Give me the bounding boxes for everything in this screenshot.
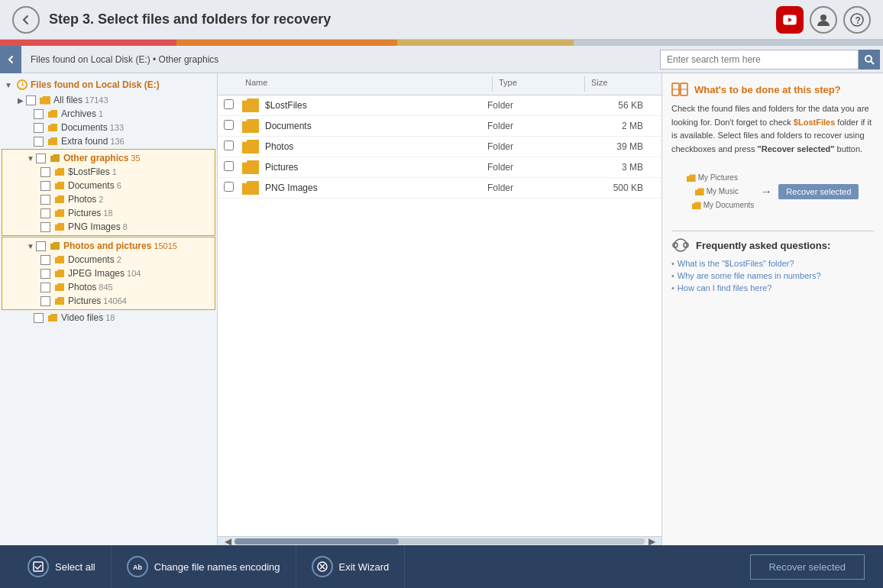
- og-docs-count: 6: [117, 181, 121, 190]
- sidebar-item-videofiles[interactable]: Video files 18: [0, 311, 217, 325]
- og-photos-folder-icon: [53, 194, 66, 205]
- table-row[interactable]: PNG Images Folder 500 KB: [218, 178, 661, 199]
- pp-docs-checkbox[interactable]: [40, 255, 50, 265]
- pp-jpeg-checkbox[interactable]: [40, 269, 50, 279]
- row-checkbox-4[interactable]: [224, 161, 238, 173]
- faq-icon: [671, 237, 690, 253]
- og-pictures-checkbox[interactable]: [40, 208, 50, 218]
- encoding-label: Change file names encoding: [154, 561, 280, 573]
- svg-text:?: ?: [856, 15, 861, 26]
- progress-seg-2: [176, 40, 397, 46]
- allfiles-expand[interactable]: ▶: [15, 95, 26, 105]
- select-all-icon: [27, 556, 49, 577]
- folder-icon-3: [242, 140, 259, 153]
- file-list-area: Name Type Size $LostFiles Folder 56 KB D…: [218, 73, 661, 545]
- recover-selected-mini-button[interactable]: Recover selected: [778, 184, 859, 199]
- og-docs-checkbox[interactable]: [40, 181, 50, 191]
- othergraphics-checkbox[interactable]: [36, 153, 46, 163]
- pp-photos-checkbox[interactable]: [40, 283, 50, 292]
- pp-pictures-checkbox[interactable]: [40, 296, 50, 306]
- docs-folder-icon: [47, 122, 59, 133]
- og-pngimages-checkbox[interactable]: [40, 222, 50, 232]
- og-pictures-folder-icon: [53, 208, 66, 218]
- photospictures-checkbox[interactable]: [36, 241, 46, 251]
- sidebar-item-og-pngimages[interactable]: PNG Images 8: [2, 220, 215, 234]
- recover-selected-button[interactable]: Recover selected: [750, 554, 865, 580]
- pp-docs-count: 2: [117, 255, 121, 264]
- help-icon[interactable]: ?: [843, 6, 871, 34]
- scroll-thumb[interactable]: [234, 538, 399, 544]
- recover-quote: "Recover selected": [758, 144, 835, 153]
- faq-section: Frequently asked questions: What is the …: [671, 237, 874, 292]
- back-button[interactable]: [12, 6, 40, 34]
- sidebar-item-pp-photos[interactable]: Photos 845: [2, 280, 215, 294]
- row-checkbox-1[interactable]: [224, 99, 238, 111]
- root-expand-icon[interactable]: ▼: [3, 79, 14, 90]
- faq-item-3[interactable]: How can I find files here?: [671, 283, 874, 292]
- othergraphics-expand[interactable]: ▼: [25, 153, 36, 163]
- file-name-5: PNG Images: [265, 183, 487, 193]
- sidebar-item-pp-jpeg[interactable]: JPEG Images 104: [2, 267, 215, 280]
- file-name-3: Photos: [265, 141, 487, 152]
- docs-checkbox[interactable]: [34, 123, 44, 133]
- search-area: [660, 50, 880, 69]
- og-photos-checkbox[interactable]: [40, 195, 50, 205]
- video-checkbox[interactable]: [34, 313, 44, 323]
- row-checkbox-3[interactable]: [224, 141, 238, 153]
- archives-checkbox[interactable]: [34, 109, 44, 119]
- sidebar-root[interactable]: ▼ Files found on Local Disk (E:): [0, 76, 217, 93]
- exit-wizard-button[interactable]: Exit Wizard: [296, 545, 406, 588]
- folder-tree-mini: My Pictures My Music My Documents: [687, 171, 755, 212]
- panel-divider: [671, 231, 874, 231]
- pp-pictures-count: 14064: [103, 296, 127, 305]
- video-expand: [23, 312, 34, 323]
- encoding-icon: Ab: [127, 556, 148, 577]
- faq-item-1[interactable]: What is the "$LostFiles" folder?: [671, 259, 874, 268]
- col-header-name: Name: [239, 76, 492, 92]
- sidebar-item-othergraphics[interactable]: ▼ Other graphics 35: [2, 151, 215, 165]
- photospictures-folder-icon: [49, 241, 61, 251]
- youtube-icon[interactable]: [776, 6, 804, 34]
- table-row[interactable]: Pictures Folder 3 MB: [218, 157, 661, 178]
- search-button[interactable]: [859, 50, 880, 69]
- photospictures-expand[interactable]: ▼: [25, 241, 36, 251]
- pp-jpeg-folder-icon: [53, 268, 66, 279]
- table-row[interactable]: Photos Folder 39 MB: [218, 137, 661, 157]
- search-input[interactable]: [660, 50, 859, 69]
- sidebar-item-pp-pictures[interactable]: Pictures 14064: [2, 294, 215, 308]
- sidebar-item-archives[interactable]: Archives 1: [0, 107, 217, 121]
- exit-icon: [312, 556, 333, 577]
- user-icon[interactable]: [810, 6, 837, 34]
- sidebar-item-pp-docs[interactable]: Documents 2: [2, 253, 215, 267]
- lostfiles-folder-icon: [53, 166, 66, 177]
- encoding-button[interactable]: Ab Change file names encoding: [112, 545, 296, 588]
- table-row[interactable]: $LostFiles Folder 56 KB: [218, 95, 661, 116]
- row-checkbox-2[interactable]: [224, 120, 238, 132]
- scroll-right-arrow[interactable]: ▶: [645, 535, 658, 546]
- col-header-size: Size: [585, 76, 661, 92]
- sidebar-item-og-docs[interactable]: Documents 6: [2, 179, 215, 192]
- sidebar-item-lostfiles[interactable]: $LostFiles 1: [2, 165, 215, 179]
- sidebar-item-photospictures[interactable]: ▼ Photos and pictures 15015: [2, 239, 215, 253]
- row-checkbox-5[interactable]: [224, 182, 238, 194]
- step-description: Select files and folders for recovery: [94, 11, 331, 27]
- table-row[interactable]: Documents Folder 2 MB: [218, 116, 661, 137]
- sidebar-item-extrafound[interactable]: Extra found 136: [0, 134, 217, 148]
- lostfiles-label: $LostFiles: [68, 166, 110, 177]
- sidebar-item-documents[interactable]: Documents 133: [0, 121, 217, 134]
- my-docs-label: My Documents: [703, 199, 755, 212]
- breadcrumb-toggle[interactable]: [0, 46, 21, 73]
- extra-checkbox[interactable]: [34, 137, 44, 147]
- my-pictures-folder: [687, 174, 696, 182]
- allfiles-checkbox[interactable]: [26, 95, 36, 105]
- scroll-left-arrow[interactable]: ◀: [221, 535, 234, 546]
- faq-item-2[interactable]: Why are some file names in numbers?: [671, 271, 874, 280]
- sidebar-item-allfiles[interactable]: ▶ All files 17143: [0, 93, 217, 107]
- lostfiles-checkbox[interactable]: [40, 167, 50, 177]
- select-all-button[interactable]: Select all: [12, 545, 112, 588]
- sidebar-item-og-photos[interactable]: Photos 2: [2, 192, 215, 206]
- scroll-track[interactable]: [234, 538, 645, 544]
- file-name-4: Pictures: [265, 162, 487, 173]
- sidebar-item-og-pictures[interactable]: Pictures 18: [2, 206, 215, 220]
- svg-point-3: [865, 56, 872, 62]
